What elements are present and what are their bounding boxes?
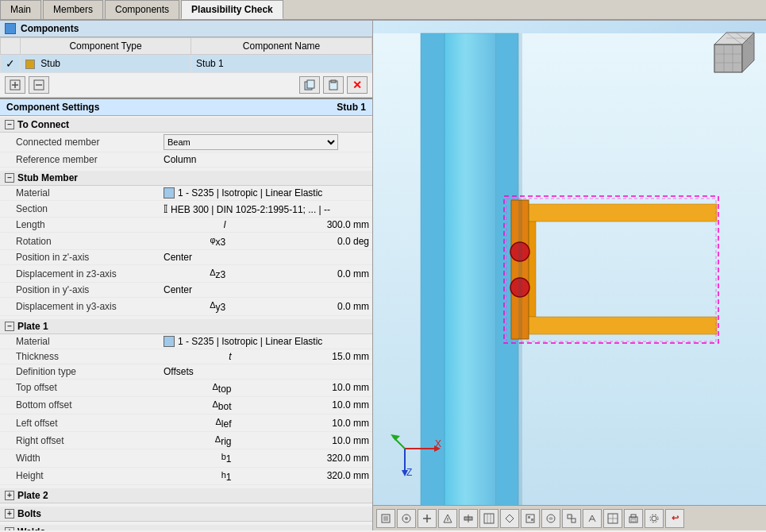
component-toolbar: ✕ — [0, 73, 372, 98]
stub-rotation-value: 0.0 — [337, 236, 351, 247]
stub-disp-z3-value: 0.0 — [337, 268, 351, 279]
connected-member-value: Beam — [159, 133, 372, 152]
plate1-height-value: 320.0 — [327, 470, 351, 481]
svg-rect-60 — [568, 515, 572, 519]
disp-z3-symbol: Δz3 — [210, 268, 225, 277]
view-btn-settings[interactable] — [645, 509, 664, 528]
plate2-label: Plate 2 — [17, 490, 48, 501]
view-btn-12[interactable] — [603, 509, 622, 528]
stub-pos-y-value: Center — [159, 283, 372, 298]
plate1-title[interactable]: – Plate 1 — [0, 319, 372, 334]
tab-components[interactable]: Components — [105, 0, 179, 19]
stub-section-label: Section — [0, 201, 159, 218]
plate1-section: – Plate 1 Material 1 - S235 | Isotropic … — [0, 318, 372, 487]
stub-member-title[interactable]: – Stub Member — [0, 171, 372, 186]
plate1-botoffset-row: Bottom offset Δbot 10.0 mm — [0, 396, 372, 414]
view-btn-11[interactable] — [583, 509, 602, 528]
width-symbol: b1 — [221, 452, 232, 461]
rightoffset-symbol: Δrig — [215, 434, 232, 444]
svg-text:X: X — [435, 438, 441, 449]
plate1-thickness-unit: mm — [353, 351, 369, 362]
svg-point-70 — [652, 516, 656, 521]
material-color-swatch — [164, 187, 175, 199]
svg-marker-42 — [391, 434, 400, 441]
view-btn-5[interactable] — [459, 509, 478, 528]
botoffset-symbol: Δbot — [212, 399, 231, 409]
to-connect-label: To Connect — [17, 119, 69, 130]
collapse-plate1-icon[interactable]: – — [5, 322, 14, 331]
stub-rotation-unit: deg — [353, 236, 369, 247]
bolts-title[interactable]: + Bolts — [0, 507, 372, 522]
plate1-topoffset-value: 10.0 — [332, 382, 350, 393]
svg-rect-22 — [518, 33, 522, 518]
axis-svg: Z X — [389, 425, 445, 480]
axis-indicator: Z X — [389, 425, 445, 483]
view-btn-6[interactable] — [479, 509, 498, 528]
col-type-header: Component Type — [21, 38, 191, 55]
thickness-symbol: t — [229, 351, 231, 362]
welds-title[interactable]: + Welds — [0, 525, 372, 530]
view-btn-8[interactable] — [521, 509, 540, 528]
expand-bolts-icon[interactable]: + — [5, 509, 14, 519]
svg-rect-58 — [531, 519, 533, 521]
svg-rect-8 — [331, 80, 336, 83]
stub-pos-z-value: Center — [159, 250, 372, 265]
plate1-material-swatch — [164, 336, 175, 347]
expand-welds-icon[interactable]: + — [5, 527, 14, 530]
collapse-to-connect-icon[interactable]: – — [5, 120, 14, 129]
component-name-cell: Stub 1 — [191, 55, 372, 73]
to-connect-props: Connected member Beam Reference member C… — [0, 133, 372, 168]
components-table: Component Type Component Name ✓ Stub Stu… — [0, 37, 372, 73]
tab-main[interactable]: Main — [0, 0, 41, 19]
disp-y3-symbol: Δy3 — [210, 300, 225, 310]
cube-navigator[interactable] — [710, 29, 758, 76]
settings-stub-name: Stub 1 — [337, 102, 366, 113]
svg-rect-24 — [714, 44, 742, 72]
plate1-botoffset-value: 10.0 — [332, 399, 350, 411]
view-btn-reset[interactable]: ↩ — [665, 509, 684, 528]
toolbar-btn-2[interactable] — [29, 76, 49, 94]
connected-member-label: Connected member — [0, 133, 159, 152]
type-color-indicator — [25, 60, 35, 69]
table-row[interactable]: ✓ Stub Stub 1 — [1, 55, 372, 73]
plate1-material-value: 1 - S235 | Isotropic | Linear Elastic — [159, 334, 372, 349]
plate1-botoffset-label: Bottom offset — [0, 396, 159, 414]
expand-plate2-icon[interactable]: + — [5, 491, 14, 500]
stub-pos-z-label: Position in z'-axis — [0, 250, 159, 265]
view-btn-10[interactable] — [562, 509, 581, 528]
stub-length-value: 300.0 — [327, 219, 351, 230]
toolbar-btn-delete[interactable]: ✕ — [347, 76, 368, 94]
plate1-width-unit: mm — [353, 453, 369, 464]
stub-disp-z3-row: Displacement in z3-axis Δz3 0.0 mm — [0, 265, 372, 283]
to-connect-title[interactable]: – To Connect — [0, 118, 372, 133]
view-btn-3[interactable] — [418, 509, 437, 528]
view-btn-7[interactable] — [500, 509, 519, 528]
connected-member-dropdown[interactable]: Beam — [164, 134, 338, 150]
view-btn-2[interactable] — [397, 509, 416, 528]
plate2-title[interactable]: + Plate 2 — [0, 488, 372, 503]
stub-rotation-row: Rotation φx3 0.0 deg — [0, 233, 372, 250]
view-btn-9[interactable] — [541, 509, 560, 528]
view-btn-print[interactable] — [624, 509, 643, 528]
leftoffset-symbol: Δlef — [215, 417, 231, 426]
toolbar-btn-1[interactable] — [5, 76, 25, 94]
toolbar-btn-paste[interactable] — [323, 76, 344, 94]
view-btn-4[interactable] — [438, 509, 457, 528]
view-btn-home[interactable] — [376, 509, 395, 528]
tab-plausibility-check[interactable]: Plausibility Check — [181, 0, 283, 19]
bolts-section: + Bolts — [0, 505, 372, 523]
toolbar-btn-copy[interactable] — [299, 76, 320, 94]
plate1-deftype-label: Definition type — [0, 364, 159, 379]
3d-viewport[interactable]: Z X — [373, 21, 766, 530]
component-settings-header: Component Settings Stub 1 — [0, 98, 372, 116]
stub-length-label: Length — [0, 218, 159, 233]
collapse-stub-icon[interactable]: – — [5, 173, 14, 183]
to-connect-section: – To Connect Connected member Beam Refer… — [0, 116, 372, 169]
plate1-rightoffset-label: Right offset — [0, 432, 159, 449]
plate1-material-row: Material 1 - S235 | Isotropic | Linear E… — [0, 334, 372, 349]
topoffset-symbol: Δtop — [212, 382, 231, 391]
tab-bar: Main Members Components Plausibility Che… — [0, 0, 766, 21]
tab-members[interactable]: Members — [43, 0, 103, 19]
svg-rect-23 — [445, 33, 497, 518]
components-header-label: Components — [21, 23, 79, 34]
